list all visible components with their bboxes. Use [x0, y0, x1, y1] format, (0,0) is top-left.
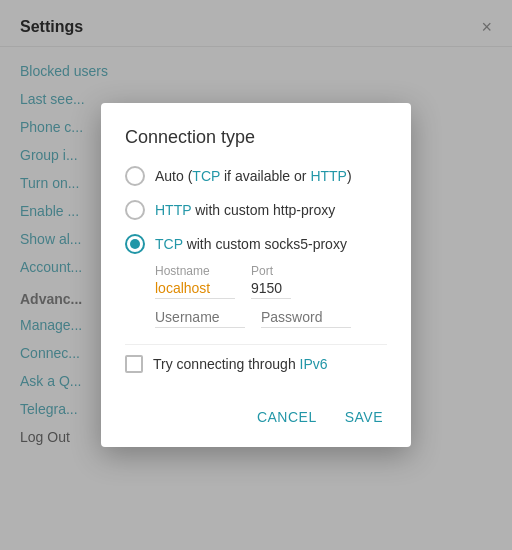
- ipv6-label: Try connecting through IPv6: [153, 356, 328, 372]
- tcp-option[interactable]: TCP with custom socks5-proxy: [125, 234, 387, 254]
- ipv6-checkbox[interactable]: [125, 355, 143, 373]
- auto-radio[interactable]: [125, 166, 145, 186]
- save-button[interactable]: SAVE: [341, 403, 387, 431]
- hostname-label: Hostname: [155, 264, 235, 278]
- hostname-port-row: Hostname localhost Port 9150: [155, 264, 387, 299]
- password-input[interactable]: [261, 309, 351, 328]
- cancel-button[interactable]: CANCEL: [253, 403, 321, 431]
- auto-option[interactable]: Auto (TCP if available or HTTP): [125, 166, 387, 186]
- hostname-value[interactable]: localhost: [155, 280, 235, 299]
- auto-label: Auto (TCP if available or HTTP): [155, 168, 352, 184]
- credentials-row: [155, 309, 387, 328]
- connection-type-radio-group: Auto (TCP if available or HTTP) HTTP wit…: [125, 166, 387, 254]
- dialog-title: Connection type: [125, 127, 387, 148]
- http-option[interactable]: HTTP with custom http-proxy: [125, 200, 387, 220]
- port-value[interactable]: 9150: [251, 280, 291, 299]
- port-label: Port: [251, 264, 291, 278]
- modal-overlay: Connection type Auto (TCP if available o…: [0, 0, 512, 550]
- http-label: HTTP with custom http-proxy: [155, 202, 335, 218]
- username-input[interactable]: [155, 309, 245, 328]
- connection-type-dialog: Connection type Auto (TCP if available o…: [101, 103, 411, 447]
- http-radio[interactable]: [125, 200, 145, 220]
- ipv6-checkbox-row: Try connecting through IPv6: [125, 344, 387, 383]
- hostname-group: Hostname localhost: [155, 264, 235, 299]
- tcp-fields: Hostname localhost Port 9150: [155, 264, 387, 299]
- dialog-actions: CANCEL SAVE: [125, 403, 387, 431]
- tcp-radio[interactable]: [125, 234, 145, 254]
- port-group: Port 9150: [251, 264, 291, 299]
- tcp-label: TCP with custom socks5-proxy: [155, 236, 347, 252]
